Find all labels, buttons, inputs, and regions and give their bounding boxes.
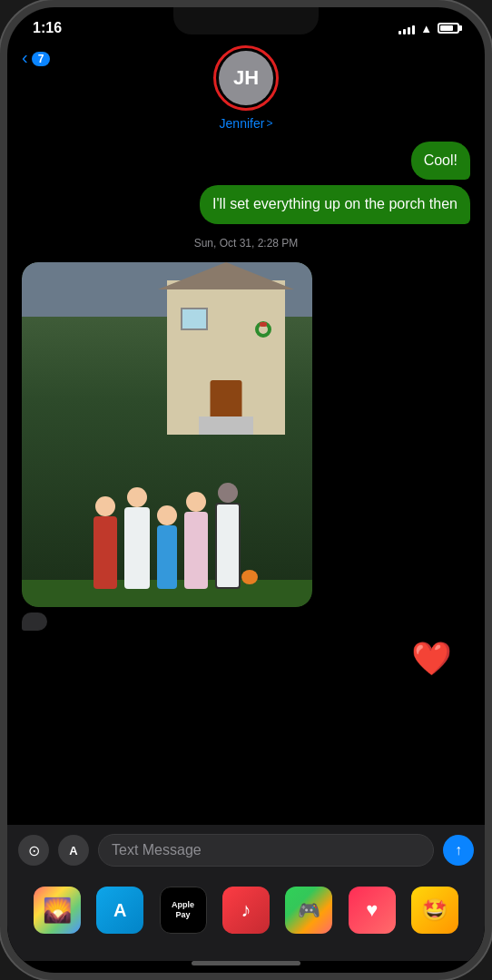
- signal-bar-1: [399, 31, 401, 34]
- games-icon: 🎮: [298, 899, 320, 921]
- figure-5: [215, 483, 241, 589]
- appstore-icon: A: [113, 900, 126, 921]
- signal-bar-3: [408, 27, 410, 34]
- home-indicator: [192, 961, 300, 965]
- figure-3: [157, 505, 177, 589]
- dock-appstore-app[interactable]: A: [96, 887, 143, 934]
- figure-2: [124, 487, 150, 589]
- contact-name[interactable]: Jennifer >: [220, 116, 273, 131]
- status-icons: ▲: [399, 22, 459, 35]
- figure-body: [93, 516, 117, 589]
- messages-area: Cool! I'll set everything up on the porc…: [7, 142, 485, 825]
- signal-bars-icon: [399, 22, 415, 34]
- figure-head: [186, 492, 206, 512]
- message-input[interactable]: Text Message: [98, 834, 434, 867]
- photo-message: [22, 262, 312, 607]
- dock-clips-app[interactable]: ♥: [349, 887, 396, 934]
- contact-info[interactable]: JH Jennifer >: [213, 45, 279, 131]
- phone-screen: 1:16 ▲ ‹ 7 JH: [7, 7, 485, 973]
- photo-window: [181, 308, 208, 330]
- contact-name-label: Jennifer: [220, 116, 265, 131]
- battery-fill: [440, 25, 453, 31]
- status-time: 1:16: [33, 20, 62, 36]
- photo-figures: [31, 362, 303, 589]
- back-badge: 7: [32, 52, 51, 66]
- figure-4: [184, 492, 208, 589]
- wreath-decoration: [255, 321, 271, 338]
- figure-1: [93, 496, 117, 589]
- figure-head: [157, 505, 177, 525]
- message-bubble: I'll set everything up on the porch then: [200, 185, 470, 223]
- notch: [173, 7, 319, 34]
- message-bubble: [22, 612, 47, 631]
- back-chevron-icon: ‹: [22, 47, 28, 68]
- photos-icon: 🌄: [43, 897, 72, 925]
- message-text: I'll set everything up on the porch then: [212, 196, 458, 211]
- figure-body: [215, 503, 241, 589]
- apps-button[interactable]: A: [58, 835, 89, 866]
- avatar: JH: [219, 51, 273, 105]
- clips-icon: ♥: [366, 898, 378, 922]
- message-timestamp: Sun, Oct 31, 2:28 PM: [22, 237, 470, 250]
- nav-header: ‹ 7 JH Jennifer >: [7, 42, 485, 142]
- photo-house-roof: [158, 262, 294, 289]
- camera-button[interactable]: ⊙: [18, 835, 49, 866]
- music-icon: ♪: [241, 898, 251, 922]
- wreath-bow: [260, 322, 267, 327]
- wifi-icon: ▲: [420, 22, 432, 35]
- applepay-icon: ApplePay: [172, 900, 194, 920]
- signal-bar-4: [412, 25, 415, 34]
- message-input-area: ⊙ A Text Message ↑: [7, 825, 485, 876]
- figure-body: [124, 507, 150, 589]
- figure-head: [218, 483, 238, 503]
- message-text: Cool!: [424, 152, 458, 168]
- camera-icon: ⊙: [28, 842, 40, 859]
- message-placeholder: Text Message: [112, 842, 202, 858]
- dock-animoji-app[interactable]: 🤩: [411, 887, 458, 934]
- halloween-photo: [22, 262, 312, 607]
- dock-games-app[interactable]: 🎮: [285, 887, 332, 934]
- signal-bar-2: [403, 29, 406, 34]
- figure-body: [184, 512, 208, 589]
- apps-icon: A: [69, 844, 77, 858]
- dock-music-app[interactable]: ♪: [222, 887, 270, 934]
- dock-applepay-app[interactable]: ApplePay: [160, 887, 207, 934]
- avatar-ring: JH: [213, 45, 279, 111]
- photo-pumpkin: [241, 570, 258, 584]
- battery-icon: [438, 23, 459, 34]
- send-button[interactable]: ↑: [443, 835, 474, 866]
- heart-emoji: ❤️: [411, 640, 452, 677]
- figure-body: [157, 525, 177, 589]
- reaction-heart: ❤️: [411, 640, 452, 678]
- back-button[interactable]: ‹ 7: [22, 49, 50, 68]
- message-bubble: Cool!: [411, 142, 470, 180]
- send-icon: ↑: [455, 842, 462, 858]
- app-dock: 🌄 A ApplePay ♪ 🎮 ♥ 🤩: [7, 876, 485, 961]
- figure-head: [127, 487, 147, 507]
- dock-photos-app[interactable]: 🌄: [34, 887, 81, 934]
- animoji-icon: 🤩: [421, 897, 448, 923]
- figure-head: [95, 496, 115, 516]
- phone-frame: 1:16 ▲ ‹ 7 JH: [0, 0, 492, 980]
- contact-detail-chevron-icon: >: [266, 117, 272, 130]
